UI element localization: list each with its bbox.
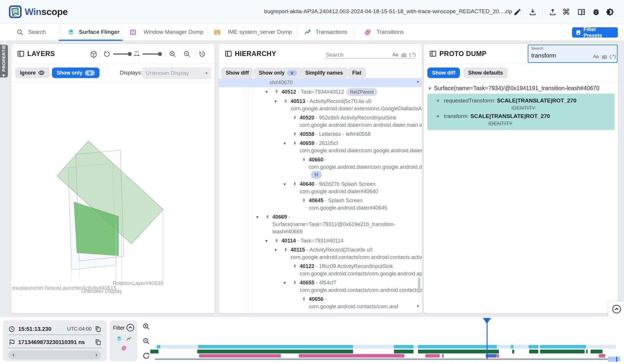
- tree-node[interactable]: ▾40640 - 9d2d27b Splash Screen com.googl…: [219, 180, 422, 196]
- transactions-track-segment[interactable]: [529, 350, 538, 353]
- window-manager-icon[interactable]: [129, 28, 137, 36]
- 3d-view-icon[interactable]: [89, 50, 98, 59]
- tree-node[interactable]: ▾40115 - ActivityRecord{20ace0e u0 com.g…: [219, 245, 422, 262]
- pin-icon[interactable]: [284, 98, 291, 104]
- zoom-out-icon[interactable]: [183, 50, 191, 58]
- regex-toggle[interactable]: (.*): [409, 52, 416, 58]
- proto-property-row[interactable]: requestedTransform: SCALE|TRANSLATE|ROT_…: [427, 96, 615, 105]
- upload-icon[interactable]: [549, 8, 557, 16]
- transactions-track-segment[interactable]: [197, 350, 353, 353]
- transactions-track-segment[interactable]: [586, 350, 588, 353]
- transactions-track-segment[interactable]: [591, 350, 603, 353]
- transitions-track-segment[interactable]: [442, 354, 444, 358]
- tree-node[interactable]: 40122 - 1ffcc09 ActivityRecordInputSink …: [219, 262, 422, 278]
- edit-icon[interactable]: [513, 8, 522, 16]
- show-only-button[interactable]: Show only V: [254, 68, 302, 78]
- tree-node[interactable]: ▾40512 - Task=7934#40512RelZParent: [219, 87, 422, 97]
- tree-node[interactable]: 40645 - Splash Screen com.google.android…: [219, 196, 422, 213]
- proto-search-input[interactable]: Search transform Aa ab (.*): [528, 45, 618, 63]
- timeline-zoom-in-icon[interactable]: [142, 322, 150, 331]
- surface-flinger-track-segment[interactable]: [529, 345, 538, 348]
- match-word-toggle[interactable]: ab: [602, 54, 607, 59]
- tab-search[interactable]: Search: [28, 29, 46, 35]
- transitions-track-segment[interactable]: [425, 354, 440, 358]
- download-icon[interactable]: [529, 8, 537, 16]
- tree-node[interactable]: 40660 - com.google.android.dialer/com.go…: [219, 155, 422, 180]
- pin-icon[interactable]: [274, 237, 281, 243]
- surface-flinger-track-segment[interactable]: [157, 345, 160, 348]
- surface-flinger-track-segment[interactable]: [511, 345, 513, 348]
- transitions-track-segment[interactable]: [497, 354, 499, 358]
- tree-node[interactable]: sh#40670: [219, 78, 422, 87]
- show-diff-button[interactable]: Show diff: [221, 68, 254, 78]
- show-defaults-button[interactable]: Show defaults: [463, 68, 508, 78]
- expand-arrow-icon[interactable]: ▾: [284, 279, 293, 287]
- surface-flinger-track-segment[interactable]: [418, 345, 497, 348]
- flat-button[interactable]: Flat: [348, 68, 366, 78]
- timeline-cursor-line[interactable]: [487, 318, 488, 359]
- properties-side-tab[interactable]: ▼ PROPERTIES: [0, 45, 8, 77]
- expand-arrow-icon[interactable]: ▾: [284, 181, 293, 188]
- expand-arrow-icon[interactable]: ▾: [274, 246, 284, 254]
- tab-ime[interactable]: IME system_server Dump: [228, 29, 292, 35]
- panel-split-icon[interactable]: [429, 50, 437, 58]
- tree-node[interactable]: 40520 - 952c6b5 ActivityRecordInputSink …: [219, 113, 422, 130]
- pin-icon[interactable]: [302, 156, 309, 162]
- transactions-filter-icon[interactable]: [126, 336, 132, 342]
- surface-flinger-filter-icon[interactable]: [116, 336, 122, 342]
- pin-icon[interactable]: [302, 197, 309, 203]
- surface-flinger-track-segment[interactable]: [540, 345, 586, 348]
- show-only-button[interactable]: Show only V: [52, 68, 99, 78]
- copy-icon[interactable]: [95, 326, 102, 333]
- transitions-icon[interactable]: [364, 28, 372, 36]
- report-bug-icon[interactable]: [592, 8, 600, 16]
- surface-flinger-track-segment[interactable]: [198, 345, 353, 348]
- timeline-zoom-out-icon[interactable]: [142, 337, 150, 345]
- match-case-toggle[interactable]: Aa: [392, 52, 398, 58]
- expand-arrow-icon[interactable]: ▾: [284, 140, 293, 147]
- pin-icon[interactable]: [293, 140, 300, 146]
- transactions-icon[interactable]: [304, 28, 312, 36]
- pin-icon[interactable]: [293, 263, 300, 269]
- pin-icon[interactable]: [274, 88, 281, 94]
- expand-timeline-tab[interactable]: [608, 301, 624, 317]
- tree-node[interactable]: ▾40659 - 26105cf com.google.android.dial…: [219, 139, 422, 155]
- surface-flinger-track-segment[interactable]: [394, 345, 414, 348]
- expand-arrow-icon[interactable]: ▾: [265, 88, 274, 95]
- next-entry-button[interactable]: ›: [95, 350, 97, 359]
- prev-entry-button[interactable]: ‹: [12, 350, 14, 359]
- rotation-slider[interactable]: [113, 53, 130, 55]
- tree-node[interactable]: ▾40655 - 4f54cf7 com.google.android.cont…: [219, 278, 422, 295]
- surface-flinger-icon[interactable]: [67, 28, 75, 36]
- tree-node[interactable]: 40656 - com.google.android.contacts/com.…: [219, 295, 422, 311]
- filter-presets-button[interactable]: Filter Presets: [572, 27, 618, 38]
- panel-split-icon[interactable]: [17, 50, 25, 58]
- transactions-track-segment[interactable]: [150, 350, 158, 353]
- tree-node[interactable]: ▾40513 - ActivityRecord{5c7f14a u0 com.g…: [219, 97, 422, 113]
- layers-3d-canvas[interactable]: RotationLayer#40639 exuslauncher.NexusLa…: [11, 82, 215, 314]
- nanosecond-time-field[interactable]: 1713469873230110391 ns: [8, 336, 102, 348]
- collapse-arrow-icon[interactable]: ▾: [429, 86, 431, 91]
- show-diff-button[interactable]: Show diff: [427, 68, 460, 78]
- transactions-track-segment[interactable]: [394, 350, 414, 353]
- reset-view-icon[interactable]: [198, 50, 206, 58]
- pin-icon[interactable]: [284, 246, 291, 252]
- proto-property-row[interactable]: transform: SCALE|TRANSLATE|ROT_270: [427, 112, 615, 120]
- match-word-toggle[interactable]: ab: [401, 52, 407, 58]
- timeline-scrollbar[interactable]: [155, 358, 609, 360]
- simplify-names-button[interactable]: Simplify names: [301, 68, 348, 78]
- tree-node[interactable]: ▾40114 - Task=7931#40114: [219, 236, 422, 245]
- tree-node[interactable]: 40558 - Letterbox - left#40558: [219, 130, 422, 139]
- pin-icon[interactable]: [293, 279, 300, 285]
- transactions-track-segment[interactable]: [512, 350, 514, 353]
- pin-icon[interactable]: [265, 213, 272, 219]
- transactions-track-segment[interactable]: [540, 350, 585, 353]
- transitions-track-segment[interactable]: [299, 354, 404, 358]
- scroll-up-icon[interactable]: ▲: [416, 79, 420, 83]
- dark-mode-toggle-icon[interactable]: [606, 8, 614, 16]
- pin-icon[interactable]: [293, 131, 300, 136]
- ignore-button[interactable]: Ignore: [15, 68, 50, 78]
- ime-icon[interactable]: [213, 28, 221, 36]
- spacing-slider[interactable]: [142, 53, 160, 55]
- shortcuts-icon[interactable]: ⌘: [562, 8, 570, 16]
